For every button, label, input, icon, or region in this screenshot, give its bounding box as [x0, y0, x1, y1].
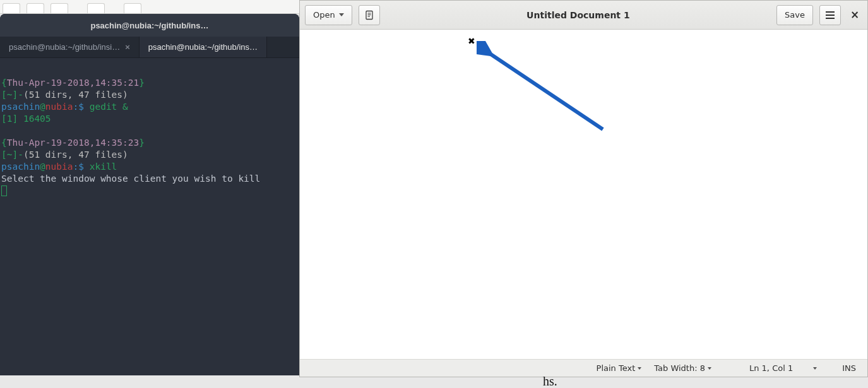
insert-mode-label: INS — [842, 363, 856, 373]
terminal-window: psachin@nubia:~/github/ins… psachin@nubi… — [0, 14, 299, 375]
terminal-title: psachin@nubia:~/github/ins… — [90, 21, 208, 30]
terminal-tab[interactable]: psachin@nubia:~/github/ins… — [140, 37, 267, 57]
tab-width-label: Tab Width: 8 — [654, 363, 705, 373]
svg-line-4 — [488, 52, 603, 129]
save-button-label: Save — [785, 10, 805, 20]
document-title: Untitled Document 1 — [386, 10, 770, 20]
chevron-down-icon — [339, 13, 344, 16]
status-bar: Plain Text Tab Width: 8 Ln 1, Col 1 INS — [300, 359, 867, 377]
prompt-user: psachin — [1, 102, 40, 112]
xkill-cursor-icon: ✖ — [468, 36, 475, 46]
job-output: [1] 16405 — [1, 114, 51, 124]
syntax-mode-label: Plain Text — [597, 363, 636, 373]
prompt-host: nubia — [45, 162, 73, 172]
gedit-headerbar[interactable]: Open Untitled Document 1 Save × — [300, 1, 867, 30]
terminal-body[interactable]: {Thu-Apr-19-2018,14:35:21} [~]-(51 dirs,… — [0, 58, 299, 199]
open-button[interactable]: Open — [305, 5, 352, 25]
save-button[interactable]: Save — [776, 5, 813, 25]
syntax-mode-selector[interactable]: Plain Text — [592, 363, 647, 373]
prompt-user: psachin — [1, 162, 40, 172]
background-page-text: hs. — [543, 374, 557, 388]
terminal-tab-label: psachin@nubia:~/github/ins… — [148, 42, 258, 52]
terminal-cursor — [1, 185, 7, 196]
terminal-tab[interactable]: psachin@nubia:~/github/insi… × — [0, 37, 140, 57]
new-document-icon — [364, 10, 374, 20]
hamburger-icon — [826, 11, 835, 19]
prompt-host: nubia — [45, 102, 73, 112]
dir-stats: (51 dirs, 47 files) — [23, 150, 128, 160]
close-icon: × — [850, 9, 859, 20]
chevron-down-icon — [638, 367, 641, 370]
dir-stats: (51 dirs, 47 files) — [23, 90, 128, 100]
timestamp: Thu-Apr-19-2018,14:35:23 — [7, 138, 140, 148]
menu-button[interactable] — [819, 5, 841, 25]
bg-tool — [3, 3, 20, 13]
bg-tool — [124, 3, 141, 13]
timestamp: Thu-Apr-19-2018,14:35:21 — [7, 78, 140, 88]
terminal-tabstrip: psachin@nubia:~/github/insi… × psachin@n… — [0, 37, 299, 58]
new-document-button[interactable] — [359, 5, 380, 25]
command: gedit & — [84, 102, 128, 112]
annotation-arrow — [477, 41, 615, 142]
cursor-position[interactable]: Ln 1, Col 1 — [744, 363, 822, 373]
bg-tool — [51, 3, 68, 13]
open-button-label: Open — [313, 10, 335, 20]
bg-tool — [27, 3, 44, 13]
xkill-message: Select the window whose client you wish … — [1, 173, 260, 184]
background-toolbar — [0, 0, 299, 14]
tab-width-selector[interactable]: Tab Width: 8 — [649, 363, 716, 373]
text-editor-area[interactable]: ✖ — [300, 30, 867, 359]
window-close-button[interactable]: × — [847, 8, 862, 23]
chevron-down-icon — [708, 367, 711, 370]
command: xkill — [84, 162, 117, 172]
insert-mode[interactable]: INS — [837, 363, 861, 373]
terminal-tab-label: psachin@nubia:~/github/insi… — [9, 42, 120, 52]
cursor-position-label: Ln 1, Col 1 — [749, 363, 793, 373]
gedit-window: Open Untitled Document 1 Save × ✖ — [299, 0, 868, 377]
close-icon[interactable]: × — [125, 42, 130, 52]
chevron-down-icon — [813, 367, 817, 370]
terminal-titlebar[interactable]: psachin@nubia:~/github/ins… — [0, 14, 299, 37]
bg-tool — [87, 3, 105, 13]
